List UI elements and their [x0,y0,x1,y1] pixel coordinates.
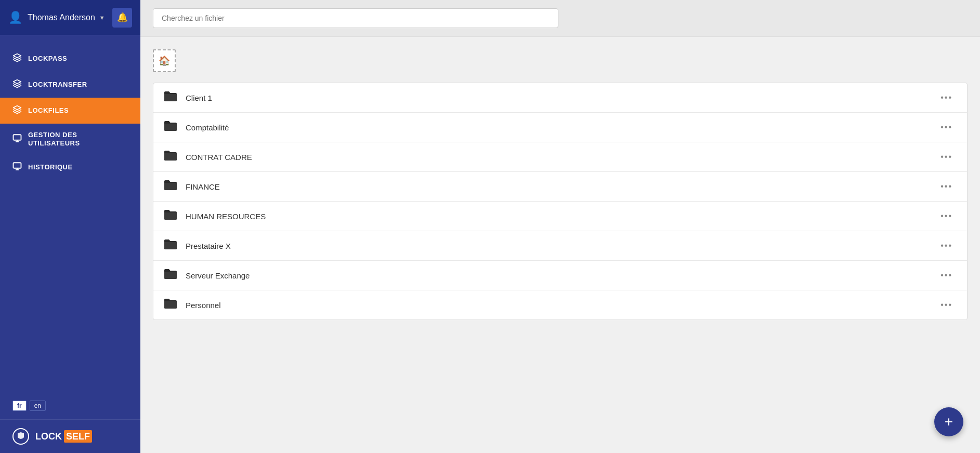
file-name: Personnel [186,301,936,310]
sidebar-item-lockpass[interactable]: LOCKPASS [0,46,140,72]
fab-button[interactable]: + [934,407,963,436]
lockpass-label: LOCKPASS [28,55,67,63]
file-row[interactable]: Personnel ••• [153,290,967,319]
lang-fr-button[interactable]: fr [12,401,27,411]
gestion-icon [12,134,22,145]
home-button[interactable]: 🏠 [153,49,176,72]
chevron-down-icon: ▼ [99,15,105,21]
folder-icon [164,268,177,283]
ellipsis-icon: ••• [940,94,952,102]
folder-icon [164,90,177,105]
logo-lock: LOCK [33,431,64,442]
folder-icon [164,179,177,194]
folder-icon [164,150,177,164]
lockfiles-label: LOCKFILES [28,106,69,115]
ellipsis-icon: ••• [940,242,952,250]
more-options-button[interactable]: ••• [936,269,957,282]
folder-icon [164,298,177,312]
file-row[interactable]: Serveur Exchange ••• [153,261,967,290]
logo-self: SELF [64,430,92,443]
file-name: CONTRAT CADRE [186,153,936,162]
user-header: 👤 Thomas Anderson ▼ 🔔 [0,0,140,35]
file-name: Client 1 [186,94,936,102]
more-options-button[interactable]: ••• [936,239,957,252]
file-row[interactable]: Comptabilité ••• [153,113,967,142]
file-name: Comptabilité [186,123,936,132]
folder-icon [164,238,177,253]
file-list: Client 1 ••• Comptabilité ••• [153,83,968,320]
historique-label: HISTORIQUE [28,163,73,171]
more-options-button[interactable]: ••• [936,121,957,134]
folder-icon [164,209,177,223]
more-options-button[interactable]: ••• [936,210,957,222]
home-icon: 🏠 [159,55,170,66]
fab-plus-icon: + [945,415,953,429]
file-row[interactable]: FINANCE ••• [153,172,967,202]
search-input[interactable] [153,8,558,28]
main-content: 🏠 Client 1 ••• Comptab [140,0,980,453]
ellipsis-icon: ••• [940,212,952,220]
historique-icon [12,162,22,173]
more-options-button[interactable]: ••• [936,151,957,163]
sidebar-item-lockfiles[interactable]: LOCKFILES [0,98,140,124]
folder-icon [164,120,177,135]
lang-switcher: fr en [0,392,140,419]
sidebar-logo: LOCKSELF [0,419,140,453]
sidebar-item-gestion[interactable]: GESTION DES UTILISATEURS [0,124,140,154]
sidebar: 👤 Thomas Anderson ▼ 🔔 LOCKPASS LOCKTRANS… [0,0,140,453]
top-bar [140,0,980,37]
user-name-label: Thomas Anderson [28,13,95,22]
sidebar-item-historique[interactable]: HISTORIQUE [0,154,140,180]
locktransfer-icon [12,79,22,90]
more-options-button[interactable]: ••• [936,299,957,311]
lockpass-icon [12,53,22,64]
user-avatar-icon: 👤 [8,11,22,24]
file-name: Prestataire X [186,242,936,250]
file-name: Serveur Exchange [186,271,936,280]
file-row[interactable]: Prestataire X ••• [153,231,967,261]
bell-button[interactable]: 🔔 [112,8,132,28]
more-options-button[interactable]: ••• [936,180,957,193]
logo-text: LOCKSELF [33,431,92,442]
breadcrumb-bar: 🏠 [153,49,968,72]
file-row[interactable]: HUMAN RESOURCES ••• [153,202,967,231]
nav-menu: LOCKPASS LOCKTRANSFER LOCKFILES GESTION … [0,35,140,392]
svg-rect-0 [14,135,21,140]
sidebar-item-locktransfer[interactable]: LOCKTRANSFER [0,72,140,98]
file-row[interactable]: CONTRAT CADRE ••• [153,142,967,172]
ellipsis-icon: ••• [940,182,952,191]
ellipsis-icon: ••• [940,271,952,279]
more-options-button[interactable]: ••• [936,91,957,104]
lang-en-button[interactable]: en [30,401,46,411]
gestion-label: GESTION DES UTILISATEURS [28,131,80,147]
content-area: 🏠 Client 1 ••• Comptab [140,37,980,453]
file-row[interactable]: Client 1 ••• [153,83,967,113]
svg-rect-1 [14,163,21,168]
file-name: FINANCE [186,182,936,191]
bell-icon: 🔔 [117,12,128,23]
file-name: HUMAN RESOURCES [186,212,936,221]
locktransfer-label: LOCKTRANSFER [28,81,87,89]
ellipsis-icon: ••• [940,153,952,161]
ellipsis-icon: ••• [940,301,952,309]
ellipsis-icon: ••• [940,123,952,131]
lockfiles-icon [12,105,22,116]
